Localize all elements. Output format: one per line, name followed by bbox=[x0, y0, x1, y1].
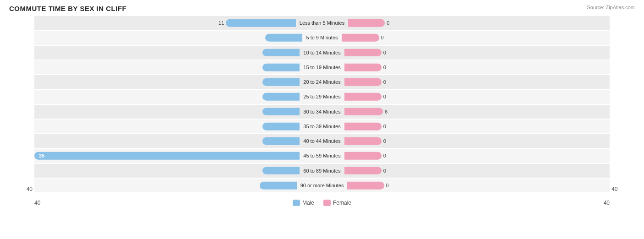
table-row: 010 to 14 Minutes0 bbox=[34, 46, 610, 60]
axis-left-label: 40 bbox=[27, 186, 34, 192]
table-row: 3545 to 59 Minutes0 bbox=[34, 149, 610, 163]
female-bar bbox=[344, 64, 382, 71]
chart-title: COMMUTE TIME BY SEX IN CLIFF bbox=[9, 5, 126, 12]
table-row: 05 to 9 Minutes0 bbox=[34, 31, 610, 45]
legend-item-female: Female bbox=[323, 200, 351, 206]
row-inner: 040 to 44 Minutes0 bbox=[34, 134, 610, 148]
female-side: 0 bbox=[344, 46, 610, 60]
male-label: Male bbox=[302, 200, 314, 206]
table-row: 040 to 44 Minutes0 bbox=[34, 134, 610, 149]
row-inner: 030 to 34 Minutes6 bbox=[34, 105, 610, 119]
male-side: 0 bbox=[34, 75, 300, 89]
row-label: 5 to 9 Minutes bbox=[302, 35, 341, 40]
chart-container: COMMUTE TIME BY SEX IN CLIFF Source: Zip… bbox=[0, 0, 644, 239]
row-inner: 3545 to 59 Minutes0 bbox=[34, 149, 610, 163]
female-side: 0 bbox=[342, 31, 610, 44]
male-side: 35 bbox=[34, 149, 300, 163]
male-side: 0 bbox=[34, 46, 300, 60]
female-side: 0 bbox=[347, 179, 610, 192]
male-bar bbox=[265, 34, 303, 42]
male-bar bbox=[262, 78, 300, 86]
row-inner: 090 or more Minutes0 bbox=[34, 179, 610, 192]
female-label: Female bbox=[333, 200, 351, 206]
male-value: 11 bbox=[218, 20, 224, 26]
female-side: 0 bbox=[344, 90, 610, 103]
table-row: 035 to 39 Minutes0 bbox=[34, 120, 610, 134]
female-side: 6 bbox=[344, 105, 610, 119]
table-row: 020 to 24 Minutes0 bbox=[34, 75, 610, 90]
row-inner: 035 to 39 Minutes0 bbox=[34, 120, 610, 133]
male-value-badge: 35 bbox=[36, 152, 47, 159]
female-value: 0 bbox=[383, 65, 386, 70]
male-bar bbox=[262, 123, 300, 130]
female-value: 0 bbox=[383, 94, 386, 99]
female-value: 0 bbox=[383, 50, 386, 55]
row-label: 60 to 89 Minutes bbox=[300, 168, 344, 174]
row-inner: 060 to 89 Minutes0 bbox=[34, 164, 610, 178]
chart-source: Source: ZipAtlas.com bbox=[587, 5, 635, 10]
row-label: 40 to 44 Minutes bbox=[300, 138, 344, 144]
male-side: 0 bbox=[34, 134, 300, 148]
female-value: 0 bbox=[381, 35, 384, 40]
female-value: 0 bbox=[383, 168, 386, 174]
female-value: 0 bbox=[387, 20, 389, 26]
female-bar bbox=[344, 93, 382, 101]
legend-item-male: Male bbox=[293, 200, 314, 206]
female-bar bbox=[347, 182, 384, 190]
axis-right: 40 bbox=[610, 16, 635, 193]
female-bar bbox=[344, 137, 382, 145]
male-bar bbox=[262, 64, 300, 71]
male-swatch bbox=[293, 200, 300, 206]
row-label: 90 or more Minutes bbox=[297, 183, 348, 188]
male-side: 0 bbox=[34, 164, 300, 178]
table-row: 015 to 19 Minutes0 bbox=[34, 60, 610, 75]
female-bar bbox=[344, 108, 383, 115]
female-value: 6 bbox=[385, 109, 387, 114]
row-inner: 020 to 24 Minutes0 bbox=[34, 75, 610, 89]
female-bar bbox=[344, 123, 382, 130]
male-bar bbox=[260, 182, 296, 190]
male-side: 0 bbox=[34, 31, 302, 44]
male-bar bbox=[262, 49, 300, 56]
female-bar bbox=[348, 19, 385, 27]
female-side: 0 bbox=[344, 75, 610, 89]
male-bar bbox=[226, 19, 295, 27]
female-bar bbox=[342, 34, 379, 42]
row-label: 15 to 19 Minutes bbox=[300, 65, 344, 70]
row-inner: 05 to 9 Minutes0 bbox=[34, 31, 610, 44]
female-value: 0 bbox=[383, 79, 386, 85]
table-row: 030 to 34 Minutes6 bbox=[34, 105, 610, 120]
table-row: 025 to 29 Minutes0 bbox=[34, 90, 610, 104]
legend: Male Female bbox=[293, 200, 351, 206]
male-side: 0 bbox=[34, 179, 297, 192]
chart-body: 40 40 11Less than 5 Minutes005 to 9 Minu… bbox=[9, 16, 635, 207]
row-label: 25 to 29 Minutes bbox=[300, 94, 344, 99]
axis-right-label: 40 bbox=[610, 186, 617, 192]
female-side: 0 bbox=[348, 16, 610, 30]
female-side: 0 bbox=[344, 164, 610, 178]
axis-left: 40 bbox=[9, 16, 34, 193]
row-inner: 010 to 14 Minutes0 bbox=[34, 46, 610, 60]
row-label: 35 to 39 Minutes bbox=[300, 124, 344, 129]
row-label: 30 to 34 Minutes bbox=[300, 109, 344, 114]
bottom-right-label: 40 bbox=[604, 200, 610, 206]
row-label: 45 to 59 Minutes bbox=[300, 153, 344, 158]
female-side: 0 bbox=[344, 149, 610, 163]
row-inner: 025 to 29 Minutes0 bbox=[34, 90, 610, 103]
male-side: 0 bbox=[34, 120, 300, 133]
male-side: 0 bbox=[34, 60, 300, 74]
female-value: 0 bbox=[383, 138, 386, 144]
female-bar bbox=[344, 167, 382, 174]
row-inner: 015 to 19 Minutes0 bbox=[34, 60, 610, 74]
male-side: 0 bbox=[34, 105, 300, 119]
male-bar bbox=[262, 137, 300, 145]
female-bar bbox=[344, 152, 382, 160]
female-bar bbox=[344, 78, 382, 86]
row-inner: 11Less than 5 Minutes0 bbox=[34, 16, 610, 30]
female-side: 0 bbox=[344, 120, 610, 133]
male-bar bbox=[262, 108, 300, 115]
female-side: 0 bbox=[344, 60, 610, 74]
female-bar bbox=[344, 49, 382, 56]
table-row: 11Less than 5 Minutes0 bbox=[34, 16, 610, 31]
female-swatch bbox=[323, 200, 331, 206]
